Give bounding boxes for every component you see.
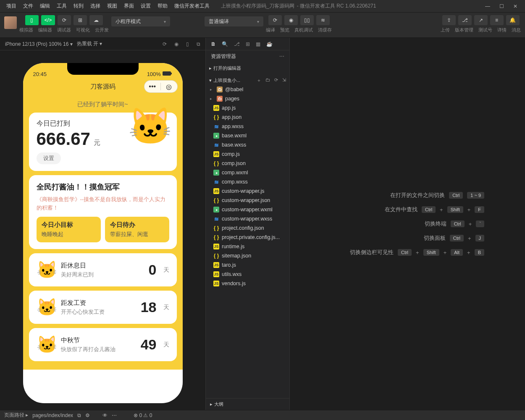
close-icon[interactable]: ✕ (513, 3, 517, 9)
menu-item[interactable]: 视图 (104, 1, 120, 11)
tree-file[interactable]: { }project.private.config.js... (206, 233, 289, 242)
menu-item[interactable]: 文件 (20, 1, 36, 11)
menu-item[interactable]: 微信开发者工具 (171, 1, 213, 11)
menu-item[interactable]: 界面 (121, 1, 137, 11)
copy-path-icon[interactable]: ⧉ (77, 412, 81, 418)
tree-file[interactable]: ⬥custom-wrapper.wxml (206, 205, 289, 214)
outline-section[interactable]: ▸大纲 (206, 398, 289, 410)
compile-dropdown[interactable]: 普通编译▾ (205, 16, 263, 26)
visual-btn[interactable]: ⊞ (74, 15, 87, 25)
cat-icon: 🐱 (37, 260, 56, 280)
compile-btn[interactable]: ⟳ (268, 15, 282, 25)
new-folder-icon[interactable]: 🗀 (265, 77, 270, 84)
tree-file[interactable]: JScomp.js (206, 150, 289, 159)
titlebar-project: 上班摸鱼小程序源码_刀客源码网 (221, 3, 294, 10)
gear-icon[interactable]: ⚙ (85, 412, 90, 418)
svg-rect-0 (163, 71, 171, 76)
db-icon[interactable]: ▦ (256, 41, 260, 47)
tree-file[interactable]: JStaro.js (206, 260, 289, 270)
search-icon[interactable]: 🔍 (222, 41, 228, 47)
eye-icon[interactable]: 👁 (102, 412, 108, 418)
phone-frame: 20:45 100% 刀客源码 •••◎ 已经到了躺平时间~ 今日已打到 666… (23, 63, 183, 403)
open-editors-section[interactable]: ▸打开的编辑器 (206, 64, 289, 73)
phone-icon[interactable]: ▯ (186, 41, 189, 47)
tree-file[interactable]: ⬥comp.wxml (206, 168, 289, 177)
debugger-btn[interactable]: ⟳ (58, 15, 71, 25)
version-btn[interactable]: ⎇ (458, 15, 472, 25)
cat-icon: 🐱 (37, 297, 56, 317)
record-icon[interactable]: ◉ (174, 41, 178, 47)
tree-file[interactable]: ≋comp.wxss (206, 177, 289, 186)
tree-file[interactable]: JSutils.wxs (206, 270, 289, 279)
countdown-card: 🐱 中秋节快放假了再打会儿酱油 49天 (29, 328, 177, 361)
branch-icon[interactable]: ⎇ (234, 41, 240, 47)
tree-file[interactable]: { }sitemap.json (206, 251, 289, 260)
preview-btn[interactable]: ◉ (284, 15, 298, 25)
menu-item[interactable]: 转到 (71, 1, 87, 11)
tree-file[interactable]: JSvendors.js (206, 279, 289, 288)
minimize-icon[interactable]: — (485, 3, 490, 9)
tree-file[interactable]: JSruntime.js (206, 242, 289, 251)
tree-file[interactable]: JScustom-wrapper.js (206, 186, 289, 196)
capsule[interactable]: •••◎ (144, 80, 178, 93)
refresh-icon[interactable]: ⟳ (163, 41, 167, 47)
cat-icon: 🐱 (37, 335, 56, 354)
hot-reload[interactable]: 热重载 开 ▾ (77, 40, 102, 47)
upload-btn[interactable]: ⇪ (442, 15, 456, 25)
status-battery: 100% (147, 71, 173, 77)
goal-box: 今日小目标晚睡晚起 (37, 217, 101, 242)
tree-file[interactable]: { }project.config.json (206, 223, 289, 233)
tree-file[interactable]: { }custom-wrapper.json (206, 196, 289, 205)
earnings-card: 今日已打到 666.67元 设置 🐱 (29, 113, 177, 171)
device-selector[interactable]: iPhone 12/13 (Pro) 100% 16 ▾ (5, 41, 73, 47)
files-icon[interactable]: 🗎 (211, 41, 216, 47)
tree-file[interactable]: ≋base.wxss (206, 140, 289, 150)
new-file-icon[interactable]: ＋ (257, 77, 261, 84)
menu-item[interactable]: 工具 (54, 1, 70, 11)
path-label[interactable]: 页面路径 ▸ (4, 412, 28, 419)
countdown-card: 🐱 距发工资开开心心快发工资 18天 (29, 291, 177, 324)
menu-item[interactable]: 帮助 (155, 1, 171, 11)
mode-dropdown[interactable]: 小程序模式▾ (111, 16, 170, 26)
cat-icon: 🐱 (128, 108, 173, 144)
page-path[interactable]: pages/index/index (32, 412, 73, 418)
titlebar-app: - 微信开发者工具 RC 1.06.2206271 (297, 3, 376, 10)
simulator-btn[interactable]: ▯ (25, 15, 39, 25)
errors[interactable]: ⊗ 0 ⚠ 0 (134, 412, 152, 418)
menu-item[interactable]: 设置 (138, 1, 154, 11)
editor-btn[interactable]: </> (41, 15, 55, 25)
settings-btn[interactable]: 设置 (37, 152, 61, 164)
test-btn[interactable]: ↗ (474, 15, 488, 25)
tree-file[interactable]: ⬥base.wxml (206, 131, 289, 140)
countdown-card: 🐱 距休息日美好周末已到 0天 (29, 253, 177, 286)
tree-file[interactable]: { }app.json (206, 113, 289, 122)
status-bar: 页面路径 ▸ pages/index/index ⧉ ⚙ 👁 ⋯ ⊗ 0 ⚠ 0 (0, 410, 525, 420)
more-status-icon[interactable]: ⋯ (112, 412, 117, 418)
menu-item[interactable]: 项目 (3, 1, 19, 11)
tree-file[interactable]: { }comp.json (206, 159, 289, 168)
cloud-btn[interactable]: ☁ (89, 15, 103, 25)
copy-icon[interactable]: ⧉ (197, 41, 200, 47)
collapse-icon[interactable]: ⇲ (282, 77, 286, 84)
tree-file[interactable]: ≋custom-wrapper.wxss (206, 214, 289, 223)
detail-btn[interactable]: ≡ (490, 15, 504, 25)
status-time: 20:45 (33, 71, 47, 77)
cup-icon[interactable]: ☕ (266, 41, 273, 47)
project-section[interactable]: ▾上班摸鱼小... ＋🗀⟳⇲ (206, 76, 289, 85)
refresh-tree-icon[interactable]: ⟳ (274, 77, 278, 84)
msg-btn[interactable]: 🔔 (506, 15, 520, 25)
menu-item[interactable]: 选择 (87, 1, 103, 11)
clear-cache-btn[interactable]: ≋ (316, 15, 330, 25)
tree-folder[interactable]: ▸🗀@babel (206, 85, 289, 94)
remote-debug-btn[interactable]: ▯▯ (300, 15, 314, 25)
menu-item[interactable]: 编辑 (37, 1, 53, 11)
tree-folder[interactable]: ▸🗀pages (206, 94, 289, 103)
more-icon[interactable]: ⋯ (279, 53, 284, 59)
tree-file[interactable]: ≋app.wxss (206, 122, 289, 131)
avatar[interactable] (4, 16, 17, 29)
ext-icon[interactable]: ⊞ (246, 41, 250, 47)
maximize-icon[interactable]: ☐ (499, 3, 504, 9)
svg-rect-1 (171, 73, 172, 74)
champion-card: 全民打酱油！！摸鱼冠军 《商鞅摸鱼哲学》--摸鱼不是自我放纵，而是个人实力的积蓄… (29, 175, 177, 249)
tree-file[interactable]: JSapp.js (206, 103, 289, 113)
